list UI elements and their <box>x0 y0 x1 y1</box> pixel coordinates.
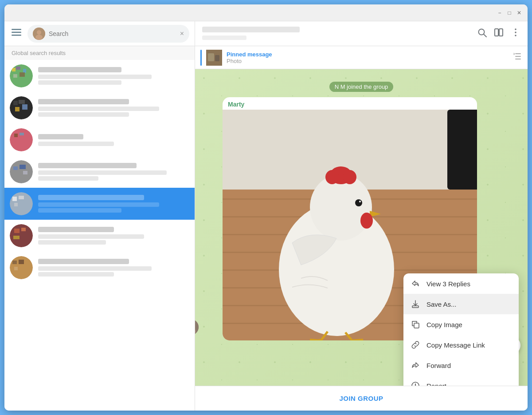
avatar <box>10 192 33 215</box>
svg-rect-22 <box>20 165 26 169</box>
close-button[interactable]: ✕ <box>516 10 522 16</box>
pinned-text: Photo <box>227 58 508 64</box>
context-menu-save-as[interactable]: Save As... <box>403 294 519 314</box>
sidebar-header: × <box>4 21 195 46</box>
avatar <box>10 64 33 87</box>
list-item[interactable] <box>4 124 195 156</box>
context-menu-forward[interactable]: Forward <box>403 355 519 375</box>
svg-rect-16 <box>22 104 27 110</box>
avatar <box>10 256 33 279</box>
svg-point-24 <box>10 192 33 215</box>
list-item[interactable] <box>4 60 195 92</box>
svg-rect-31 <box>13 236 20 239</box>
download-icon <box>411 299 420 309</box>
svg-rect-26 <box>19 196 24 199</box>
title-bar: − □ ✕ <box>4 4 528 21</box>
svg-point-12 <box>10 96 33 119</box>
result-name <box>38 163 137 168</box>
avatar <box>10 96 33 119</box>
list-item[interactable] <box>4 252 195 284</box>
search-icon[interactable] <box>477 28 487 40</box>
result-info <box>38 227 189 245</box>
result-desc <box>38 75 152 79</box>
svg-point-28 <box>10 224 33 247</box>
svg-rect-11 <box>20 72 25 77</box>
svg-rect-35 <box>14 267 18 270</box>
search-clear-button[interactable]: × <box>180 30 184 38</box>
svg-rect-19 <box>20 133 24 135</box>
result-name <box>38 99 129 104</box>
context-menu-report[interactable]: Report <box>403 375 519 386</box>
context-menu-copy-link[interactable]: Copy Message Link <box>403 335 519 355</box>
search-input[interactable] <box>49 30 176 37</box>
list-item[interactable] <box>4 220 195 252</box>
context-menu-item-label: Save As... <box>426 300 457 308</box>
chat-status <box>202 34 472 41</box>
svg-rect-62 <box>447 110 477 190</box>
svg-rect-30 <box>21 228 26 231</box>
svg-point-67 <box>325 170 339 184</box>
more-options-icon[interactable] <box>511 28 520 40</box>
result-desc <box>38 107 159 111</box>
result-name <box>38 195 144 200</box>
search-box[interactable]: × <box>27 25 189 43</box>
reply-icon <box>411 279 420 289</box>
svg-rect-34 <box>19 260 24 264</box>
svg-point-70 <box>355 199 362 206</box>
svg-rect-2 <box>12 35 21 36</box>
result-desc <box>38 170 167 175</box>
svg-rect-23 <box>23 171 27 174</box>
svg-rect-13 <box>13 101 18 105</box>
result-info <box>38 99 189 117</box>
report-icon <box>411 381 420 386</box>
svg-rect-7 <box>12 68 16 71</box>
result-desc <box>38 234 144 239</box>
result-name <box>38 134 83 139</box>
sidebar: × Global search results <box>4 21 195 411</box>
svg-rect-14 <box>19 100 25 104</box>
context-menu-copy-image[interactable]: Copy Image <box>403 314 519 335</box>
svg-point-42 <box>515 35 516 36</box>
pinned-thumbnail <box>206 50 222 66</box>
context-menu-item-label: Copy Message Link <box>426 341 485 349</box>
maximize-button[interactable]: □ <box>506 10 512 16</box>
svg-point-40 <box>515 28 516 30</box>
result-info <box>38 259 189 277</box>
context-menu-item-label: Report <box>426 382 446 386</box>
svg-line-76 <box>352 340 363 340</box>
chat-footer: JOIN GROUP <box>195 386 528 411</box>
context-menu-item-label: Forward <box>426 362 451 369</box>
result-desc-2 <box>38 80 121 85</box>
system-message-text: N M joined the group <box>329 82 394 92</box>
columns-icon[interactable] <box>494 28 504 40</box>
list-item[interactable] <box>4 156 195 188</box>
result-desc-2 <box>38 176 98 181</box>
svg-point-4 <box>37 30 41 35</box>
svg-rect-79 <box>414 323 419 328</box>
svg-rect-15 <box>15 107 20 111</box>
search-avatar <box>33 28 45 40</box>
svg-point-5 <box>35 35 43 40</box>
svg-line-75 <box>319 340 321 340</box>
minimize-button[interactable]: − <box>497 10 503 16</box>
copy-icon <box>411 320 420 329</box>
svg-rect-77 <box>412 306 419 308</box>
svg-rect-1 <box>12 32 21 33</box>
svg-rect-10 <box>13 74 17 78</box>
svg-rect-45 <box>215 55 219 61</box>
pin-list-icon[interactable] <box>512 51 522 63</box>
context-menu-view-replies[interactable]: View 3 Replies <box>403 273 519 294</box>
menu-icon[interactable] <box>10 27 23 40</box>
join-group-button[interactable]: JOIN GROUP <box>339 395 383 402</box>
pinned-accent <box>200 50 202 66</box>
chat-panel: Pinned message Photo N M join <box>195 21 528 411</box>
svg-rect-8 <box>16 67 20 70</box>
chat-header <box>195 21 528 46</box>
result-name <box>38 67 121 72</box>
pinned-message[interactable]: Pinned message Photo <box>195 46 528 69</box>
svg-point-69 <box>360 213 373 229</box>
svg-rect-18 <box>14 134 18 137</box>
list-item[interactable] <box>4 188 195 220</box>
list-item[interactable] <box>4 92 195 124</box>
result-info <box>38 134 189 146</box>
